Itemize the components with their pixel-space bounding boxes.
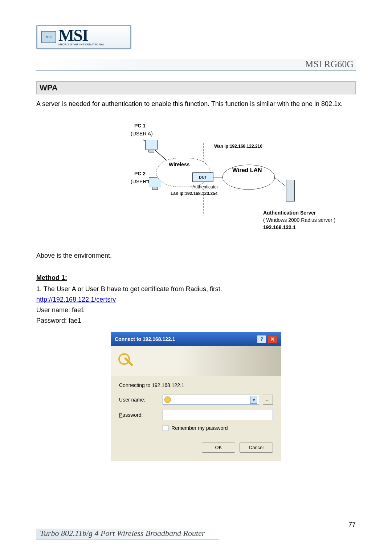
- section-intro: A server is needed for authentication to…: [36, 99, 356, 109]
- diagram-wired-lan: Wired LAN: [232, 167, 262, 174]
- username-label: User name:: [119, 397, 159, 403]
- cancel-button[interactable]: Cancel: [240, 443, 273, 453]
- key-icon: [117, 352, 135, 370]
- diagram-authenticator: Authenticator: [192, 184, 218, 190]
- diagram-pc1-label: PC 1: [134, 123, 146, 129]
- diagram-auth-server-ip: 192.168.122.1: [263, 224, 296, 230]
- environment-caption: Above is the environment.: [36, 252, 356, 260]
- diagram-wan-ip: Wan ip:192.168.122.216: [214, 144, 262, 149]
- close-button[interactable]: ✕: [268, 335, 277, 343]
- diagram-auth-server-sub: ( Windows 2000 Radius server ): [263, 217, 335, 223]
- diagram-lan-ip: Lan ip:192.168.123.254: [171, 191, 217, 196]
- server-icon: [286, 180, 295, 201]
- user-icon: [164, 396, 171, 403]
- chevron-down-icon[interactable]: ▾: [250, 396, 257, 404]
- page-number: 77: [348, 521, 356, 539]
- footer-title: Turbo 802.11b/g 4 Port Wireless Broadban…: [36, 529, 219, 539]
- diagram-pc2-label: PC 2: [134, 171, 146, 176]
- logo-badge-icon: MSI: [41, 31, 56, 43]
- password-label: Password:: [119, 412, 159, 418]
- username-line: User name: fae1: [36, 306, 356, 314]
- method-step-1: 1. The User A or User B have to get cert…: [36, 285, 356, 293]
- certsrv-link[interactable]: http://192.168.122.1/certsrv: [36, 296, 116, 304]
- connecting-text: Connecting to 192.168.122.1: [119, 382, 273, 388]
- dialog-banner: [111, 346, 281, 376]
- msi-logo: MSI MSI MICRO-STAR INTERNATIONAL: [36, 22, 131, 52]
- section-title: WPA: [36, 81, 356, 94]
- remember-checkbox[interactable]: [163, 425, 168, 431]
- network-diagram: PC 1 (USER A) PC 2 (USER B) Wireless Wan…: [80, 120, 312, 243]
- pc-icon: [145, 140, 158, 150]
- ok-button[interactable]: OK: [202, 443, 235, 453]
- browse-button[interactable]: …: [263, 395, 273, 405]
- remember-label: Remember my password: [171, 425, 228, 431]
- brand-subtext: MICRO-STAR INTERNATIONAL: [58, 43, 105, 46]
- help-button[interactable]: ?: [257, 335, 266, 343]
- model-label: MSI RG60G: [36, 59, 356, 71]
- password-line: Password: fae1: [36, 317, 356, 325]
- dialog-title: Connect to 192.168.122.1: [115, 336, 175, 342]
- password-input[interactable]: [163, 410, 273, 420]
- svg-line-5: [274, 177, 287, 187]
- connect-dialog: Connect to 192.168.122.1 ? ✕ Connecting …: [111, 332, 281, 461]
- diagram-user-a: (USER A): [131, 131, 153, 137]
- dut-box: DUT: [192, 172, 213, 182]
- dialog-titlebar: Connect to 192.168.122.1 ? ✕: [111, 332, 281, 346]
- method-heading: Method 1:: [36, 274, 356, 282]
- diagram-wireless: Wireless: [169, 162, 189, 167]
- diagram-auth-server: Authentication Server: [263, 210, 316, 216]
- brand-text: MSI: [58, 28, 105, 43]
- username-input[interactable]: ▾: [163, 395, 259, 405]
